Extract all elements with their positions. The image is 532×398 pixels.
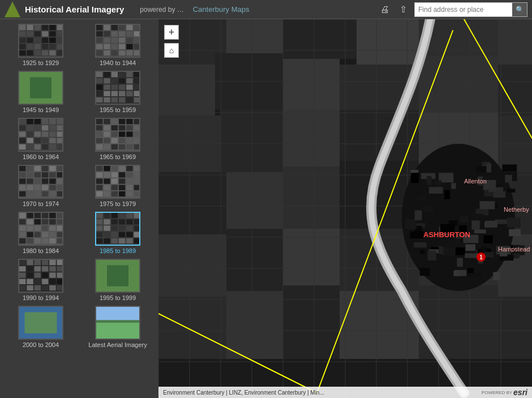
era-thumb-1960-1964	[18, 118, 63, 152]
era-thumb-1945-1949	[18, 71, 63, 105]
era-label-latest: Latest Aerial Imagery	[88, 341, 147, 348]
era-thumb-1990-1994	[18, 259, 63, 293]
era-thumb-1985-1989	[95, 212, 140, 246]
era-label-1955-1959: 1955 to 1959	[100, 106, 136, 113]
era-canvas-1925-1929	[19, 25, 62, 57]
era-canvas-1985-1989	[96, 213, 139, 245]
era-item-1975-1979[interactable]: 1975 to 1979	[81, 165, 154, 207]
era-label-2000-2004: 2000 to 2004	[23, 341, 59, 348]
era-item-1940-1944[interactable]: 1940 to 1944	[81, 24, 154, 66]
era-canvas-1970-1974	[19, 166, 62, 198]
esri-logo-text: esri	[513, 388, 527, 397]
era-item-1965-1969[interactable]: 1965 to 1969	[81, 118, 154, 160]
era-item-1945-1949[interactable]: 1945 to 1949	[5, 71, 77, 113]
zoom-in-button[interactable]: +	[164, 25, 179, 40]
search-box: 🔍	[414, 2, 527, 17]
era-thumb-1970-1974	[18, 165, 63, 199]
era-canvas-1945-1949	[19, 72, 62, 104]
era-label-1925-1929: 1925 to 1929	[23, 59, 59, 66]
era-canvas-1990-1994	[19, 260, 62, 292]
era-thumb-latest	[95, 306, 140, 340]
esri-powered-text: POWERED BY	[482, 390, 512, 395]
era-thumb-1965-1969	[95, 118, 140, 152]
era-thumb-1925-1929	[18, 24, 63, 58]
era-item-1960-1964[interactable]: 1960 to 1964	[5, 118, 77, 160]
era-canvas-1995-1999	[96, 260, 139, 292]
powered-by-label: powered by …	[140, 6, 183, 14]
era-label-1965-1969: 1965 to 1969	[100, 153, 136, 160]
sidebar: 1925 to 19291940 to 19441945 to 19491955…	[0, 19, 158, 398]
print-icon[interactable]: 🖨	[378, 3, 392, 16]
home-button[interactable]: ⌂	[164, 43, 179, 58]
era-thumb-1995-1999	[95, 259, 140, 293]
era-item-1970-1974[interactable]: 1970 to 1974	[5, 165, 77, 207]
era-canvas-latest	[96, 307, 139, 339]
era-thumb-1975-1979	[95, 165, 140, 199]
era-canvas-1980-1984	[19, 213, 62, 245]
attribution-text: Environment Canterbury | LINZ, Environme…	[163, 390, 324, 396]
era-canvas-1975-1979	[96, 166, 139, 198]
era-item-latest[interactable]: Latest Aerial Imagery	[81, 306, 154, 348]
era-label-1995-1999: 1995 to 1999	[100, 294, 136, 301]
era-label-1940-1944: 1940 to 1944	[100, 59, 136, 66]
era-canvas-2000-2004	[19, 307, 62, 339]
esri-logo: POWERED BY esri	[482, 388, 527, 397]
map-attribution: Environment Canterbury | LINZ, Environme…	[158, 387, 532, 398]
app-header: Historical Aerial Imagery powered by … C…	[0, 0, 532, 19]
share-icon[interactable]: ⇧	[396, 3, 410, 16]
era-item-1980-1984[interactable]: 1980 to 1984	[5, 212, 77, 254]
era-item-1985-1989[interactable]: 1985 to 1989	[81, 212, 154, 254]
map-area: + ⌂ Environment Canterbury | LINZ, Envir…	[158, 19, 532, 398]
search-button[interactable]: 🔍	[512, 3, 527, 16]
era-label-1975-1979: 1975 to 1979	[100, 200, 136, 207]
era-thumb-1940-1944	[95, 24, 140, 58]
era-thumb-1955-1959	[95, 71, 140, 105]
era-canvas-1955-1959	[96, 72, 139, 104]
app-logo-icon	[5, 2, 20, 18]
era-label-1945-1949: 1945 to 1949	[23, 106, 59, 113]
era-canvas-1960-1964	[19, 119, 62, 151]
era-label-1985-1989: 1985 to 1989	[100, 247, 136, 254]
main-content: 1925 to 19291940 to 19441945 to 19491955…	[0, 19, 532, 398]
era-label-1980-1984: 1980 to 1984	[23, 247, 59, 254]
search-input[interactable]	[415, 3, 512, 16]
era-item-1990-1994[interactable]: 1990 to 1994	[5, 259, 77, 301]
era-thumb-2000-2004	[18, 306, 63, 340]
canterbury-maps-link[interactable]: Canterbury Maps	[193, 5, 250, 14]
era-item-1995-1999[interactable]: 1995 to 1999	[81, 259, 154, 301]
era-label-1990-1994: 1990 to 1994	[23, 294, 59, 301]
era-label-1960-1964: 1960 to 1964	[23, 153, 59, 160]
era-grid: 1925 to 19291940 to 19441945 to 19491955…	[5, 24, 154, 348]
era-thumb-1980-1984	[18, 212, 63, 246]
era-item-1955-1959[interactable]: 1955 to 1959	[81, 71, 154, 113]
era-canvas-1965-1969	[96, 119, 139, 151]
era-label-1970-1974: 1970 to 1974	[23, 200, 59, 207]
app-title: Historical Aerial Imagery	[25, 5, 124, 14]
era-canvas-1940-1944	[96, 25, 139, 57]
map-canvas	[158, 19, 532, 398]
era-item-1925-1929[interactable]: 1925 to 1929	[5, 24, 77, 66]
era-item-2000-2004[interactable]: 2000 to 2004	[5, 306, 77, 348]
